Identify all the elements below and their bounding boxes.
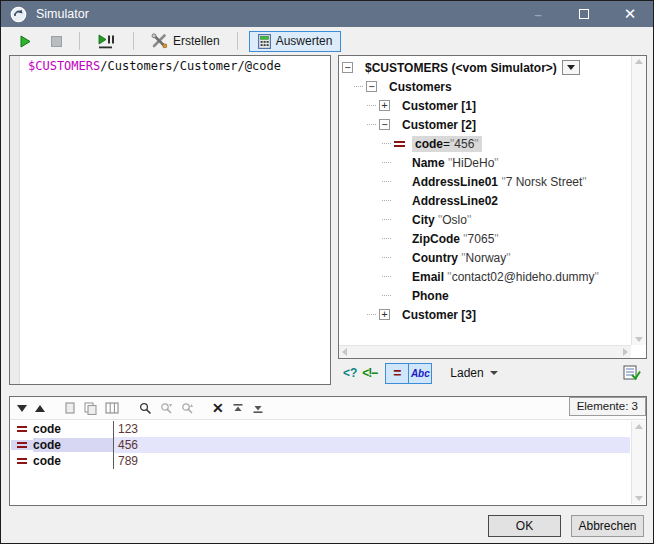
tree-item[interactable]: −$CUSTOMERS (<vom Simulator>) (340, 58, 630, 77)
minimize-button[interactable]: – (515, 1, 561, 27)
xpath-path: /Customers/Customer/@code (100, 59, 281, 73)
step-button[interactable] (91, 30, 122, 53)
tree-toolbar: <? <!-- = Abc Laden (338, 359, 647, 385)
show-text-toggle[interactable]: Abc (408, 363, 432, 384)
source-dropdown-button[interactable] (562, 60, 580, 75)
simulator-app-icon (10, 6, 27, 23)
close-button[interactable]: ✕ (607, 1, 653, 27)
node-label: AddressLine02 (412, 194, 498, 208)
go-to-top-button[interactable] (232, 403, 244, 414)
expand-plus-icon[interactable]: + (379, 309, 390, 320)
cancel-button[interactable]: Abbrechen (571, 515, 644, 537)
find-next-button[interactable] (160, 402, 173, 415)
tree-item[interactable]: AddressLine01 "7 Norsk Street" (340, 172, 630, 191)
maximize-button[interactable] (561, 1, 607, 27)
collapse-minus-icon[interactable]: − (366, 81, 377, 92)
attribute-icon (11, 424, 33, 434)
node-label: AddressLine01 (412, 175, 498, 189)
comment-icon[interactable]: <!-- (362, 366, 377, 380)
result-row[interactable]: code789 (11, 453, 630, 469)
processing-instruction-icon[interactable]: <? (343, 366, 357, 380)
node-value: HiDeHo (452, 156, 494, 170)
run-button[interactable] (13, 32, 38, 51)
ok-button[interactable]: OK (488, 515, 561, 537)
tree-item[interactable]: −Customers (340, 77, 630, 96)
close-quote: " (494, 156, 498, 170)
auswerten-button[interactable]: Auswerten (249, 31, 342, 52)
node-label: Customer [3] (402, 308, 476, 322)
result-name: code (33, 454, 113, 468)
build-tools-icon (151, 33, 168, 49)
result-value: 456 (113, 437, 630, 453)
scroll-down-icon[interactable] (635, 496, 643, 501)
up-triangle-icon (35, 405, 45, 412)
result-row[interactable]: code456 (11, 437, 630, 453)
tree-item[interactable]: Country "Norway" (340, 248, 630, 267)
copy-button[interactable] (65, 402, 76, 415)
stop-button[interactable] (45, 33, 68, 50)
node-label: ZipCode (412, 232, 460, 246)
xpath-editor-panel: $CUSTOMERS/Customers/Customer/@code (9, 55, 331, 385)
tree-item[interactable]: +Customer [3] (340, 305, 630, 324)
tree-connector (382, 143, 391, 144)
xpath-expression-input[interactable]: $CUSTOMERS/Customers/Customer/@code (20, 56, 281, 384)
results-vertical-scrollbar[interactable] (631, 421, 646, 504)
node-value: 7 Norsk Street (506, 175, 583, 189)
tree-connector (382, 181, 391, 182)
clear-results-button[interactable]: ✕ (212, 401, 224, 415)
tree-item[interactable]: ZipCode "7065" (340, 229, 630, 248)
tree-node-text: Customer [2] (402, 118, 476, 132)
scroll-left-icon[interactable] (342, 348, 347, 356)
node-label: Email (412, 270, 444, 284)
tree-item[interactable]: Phone (340, 286, 630, 305)
abc-icon: Abc (411, 368, 430, 379)
xml-tree-box: −$CUSTOMERS (<vom Simulator>)−Customers+… (338, 55, 647, 359)
tree-connector (382, 219, 391, 220)
show-attributes-toggle[interactable]: = (385, 363, 409, 384)
scroll-right-icon[interactable] (623, 348, 628, 356)
toolbar-separator (237, 32, 238, 50)
node-label: $CUSTOMERS (<vom Simulator>) (365, 61, 557, 75)
toolbar-separator (133, 32, 134, 50)
result-value: 123 (113, 421, 630, 437)
tree-item[interactable]: Email "contact02@hideho.dummy" (340, 267, 630, 286)
collapse-minus-icon[interactable]: − (379, 119, 390, 130)
arrow-to-bottom-icon (252, 403, 264, 414)
tree-item[interactable]: −Customer [2] (340, 115, 630, 134)
node-label: Name (412, 156, 445, 170)
load-result-icon[interactable] (623, 365, 641, 381)
close-quote: " (595, 270, 599, 284)
go-to-bottom-button[interactable] (252, 403, 264, 414)
tree-node-text: AddressLine01 "7 Norsk Street" (412, 175, 587, 189)
tree-node-text: Customers (389, 80, 452, 94)
scroll-down-icon[interactable] (635, 337, 643, 342)
tree-item[interactable]: +Customer [1] (340, 96, 630, 115)
close-quote: " (582, 175, 586, 189)
next-result-button[interactable] (17, 405, 27, 412)
stop-icon (51, 36, 62, 47)
columns-button[interactable] (105, 402, 119, 414)
tree-vertical-scrollbar[interactable] (631, 56, 646, 345)
scroll-up-icon[interactable] (635, 424, 643, 429)
calculator-icon (258, 34, 271, 49)
find-previous-button[interactable] (181, 402, 194, 415)
window-title: Simulator (36, 7, 89, 21)
erstellen-button[interactable]: Erstellen (145, 30, 226, 52)
tree-item[interactable]: Name "HiDeHo" (340, 153, 630, 172)
find-button[interactable] (139, 402, 152, 415)
tree-item[interactable]: code ="456" (340, 134, 630, 153)
previous-result-button[interactable] (35, 405, 45, 412)
copy-all-button[interactable] (84, 402, 97, 415)
laden-dropdown[interactable]: Laden (446, 364, 501, 382)
result-row[interactable]: code123 (11, 421, 630, 437)
tree-item[interactable]: City "Oslo" (340, 210, 630, 229)
tree-horizontal-scrollbar[interactable] (339, 345, 631, 358)
tree-connector (382, 238, 391, 239)
expand-plus-icon[interactable]: + (379, 100, 390, 111)
collapse-minus-icon[interactable]: − (342, 62, 353, 73)
erstellen-label: Erstellen (173, 34, 220, 48)
scroll-up-icon[interactable] (635, 59, 643, 64)
tree-node-text: Name "HiDeHo" (412, 156, 499, 170)
tree-node-text: Country "Norway" (412, 251, 511, 265)
tree-item[interactable]: AddressLine02 (340, 191, 630, 210)
